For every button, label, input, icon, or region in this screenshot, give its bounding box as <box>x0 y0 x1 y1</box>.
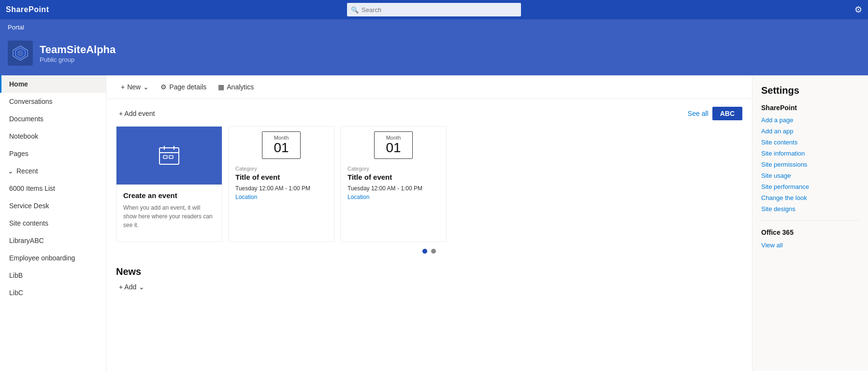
settings-link-site-designs[interactable]: Site designs <box>761 205 859 213</box>
event-2-location: Location <box>347 194 439 200</box>
recent-group-label: Recent <box>16 167 38 175</box>
events-section-header: + Add event See all ABC <box>116 107 742 120</box>
event-card-1[interactable]: Month 01 Category Title of event Tuesday… <box>228 126 334 242</box>
event-1-title: Title of event <box>235 173 327 181</box>
content-area: + New ⌄ ⚙ Page details ▦ Analytics + Add… <box>106 75 752 371</box>
analytics-button[interactable]: ▦ Analytics <box>213 80 259 94</box>
svg-rect-7 <box>163 156 167 158</box>
settings-link-change-look[interactable]: Change the look <box>761 194 859 201</box>
create-event-body: Create an event When you add an event, i… <box>116 185 222 234</box>
events-section: + Add event See all ABC <box>106 99 752 261</box>
sidebar-item-6000-items[interactable]: 6000 Items List <box>0 180 106 197</box>
sidebar-item-pages[interactable]: Pages <box>0 145 106 162</box>
see-all-area: See all ABC <box>688 107 742 120</box>
search-input[interactable] <box>347 3 521 16</box>
sidebar-item-libc[interactable]: LibC <box>0 284 106 301</box>
event-2-time: Tuesday 12:00 AM - 1:00 PM <box>347 185 439 192</box>
event-2-calendar: Month 01 <box>374 131 413 159</box>
event-1-body: Category Title of event Tuesday 12:00 AM… <box>229 159 334 207</box>
sharepoint-section-title: SharePoint <box>761 104 859 112</box>
settings-panel-title: Settings <box>761 85 859 96</box>
sidebar-item-site-contents[interactable]: Site contents <box>0 214 106 232</box>
sidebar-item-libb[interactable]: LibB <box>0 267 106 284</box>
sidebar-recent-group[interactable]: ⌄ Recent <box>0 162 106 180</box>
event-card-2[interactable]: Month 01 Category Title of event Tuesday… <box>340 126 447 242</box>
topbar: SharePoint 🔍 ⚙ <box>0 0 868 19</box>
page-details-icon: ⚙ <box>160 83 167 91</box>
sharepoint-logo: SharePoint <box>6 5 49 14</box>
carousel-dot-2[interactable] <box>431 249 436 254</box>
events-grid: Create an event When you add an event, i… <box>116 126 742 242</box>
site-banner: TeamSiteAlpha Public group <box>0 35 868 75</box>
news-section: News + Add ⌄ <box>106 261 752 298</box>
news-add-button[interactable]: + Add ⌄ <box>116 281 147 293</box>
site-type: Public group <box>40 56 116 63</box>
settings-panel: Settings SharePoint Add a page Add an ap… <box>752 75 868 371</box>
settings-link-site-performance[interactable]: Site performance <box>761 183 859 190</box>
page-details-button[interactable]: ⚙ Page details <box>156 80 211 94</box>
calendar-icon <box>157 143 182 168</box>
sidebar-item-home[interactable]: Home <box>0 75 106 93</box>
event-1-calendar: Month 01 <box>262 131 301 159</box>
sidebar-item-library-abc[interactable]: LibraryABC <box>0 232 106 249</box>
event-2-category: Category <box>347 166 439 171</box>
main-layout: Home Conversations Documents Notebook Pa… <box>0 75 868 371</box>
svg-point-1 <box>17 50 24 57</box>
site-header: Portal <box>0 19 868 35</box>
toolbar: + New ⌄ ⚙ Page details ▦ Analytics <box>106 75 752 99</box>
settings-link-add-page[interactable]: Add a page <box>761 116 859 124</box>
analytics-icon: ▦ <box>218 83 224 91</box>
sidebar: Home Conversations Documents Notebook Pa… <box>0 75 106 371</box>
sidebar-item-conversations[interactable]: Conversations <box>0 93 106 110</box>
breadcrumb: Portal <box>8 24 24 31</box>
event-1-time: Tuesday 12:00 AM - 1:00 PM <box>235 185 327 192</box>
create-event-hero <box>116 127 222 185</box>
create-event-title: Create an event <box>123 191 215 200</box>
plus-icon: + <box>121 83 125 91</box>
carousel-dots <box>116 249 742 254</box>
settings-link-add-app[interactable]: Add an app <box>761 128 859 135</box>
analytics-label: Analytics <box>227 83 254 91</box>
event-1-day: 01 <box>274 141 289 156</box>
settings-divider <box>761 220 859 221</box>
new-label: New <box>127 83 141 91</box>
search-icon: 🔍 <box>351 6 359 14</box>
abc-badge-button[interactable]: ABC <box>712 107 742 120</box>
event-1-category: Category <box>235 166 327 171</box>
sidebar-item-employee-onboarding[interactable]: Employee onboarding <box>0 249 106 267</box>
sidebar-item-documents[interactable]: Documents <box>0 110 106 128</box>
site-info: TeamSiteAlpha Public group <box>40 43 116 63</box>
create-event-card[interactable]: Create an event When you add an event, i… <box>116 126 222 242</box>
view-all-link[interactable]: View all <box>761 242 783 249</box>
site-logo <box>8 41 33 66</box>
news-add-chevron: ⌄ <box>139 283 145 291</box>
add-event-label: + Add event <box>119 110 155 117</box>
settings-link-site-information[interactable]: Site information <box>761 150 859 157</box>
svg-rect-8 <box>169 156 173 158</box>
event-2-title: Title of event <box>347 173 439 181</box>
search-container: 🔍 <box>347 3 521 16</box>
see-all-link[interactable]: See all <box>688 110 709 117</box>
page-details-label: Page details <box>169 83 206 91</box>
office365-title: Office 365 <box>761 228 859 236</box>
settings-link-site-usage[interactable]: Site usage <box>761 172 859 179</box>
sidebar-item-notebook[interactable]: Notebook <box>0 128 106 145</box>
site-logo-icon <box>12 44 29 62</box>
news-add-label: + Add <box>119 283 136 291</box>
create-event-desc: When you add an event, it will show here… <box>123 203 215 229</box>
news-section-title: News <box>116 266 742 277</box>
event-1-location: Location <box>235 194 327 200</box>
carousel-dot-1[interactable] <box>422 249 427 254</box>
event-2-body: Category Title of event Tuesday 12:00 AM… <box>341 159 446 207</box>
settings-link-site-permissions[interactable]: Site permissions <box>761 161 859 168</box>
event-2-day: 01 <box>386 141 401 156</box>
settings-link-site-contents[interactable]: Site contents <box>761 139 859 146</box>
chevron-icon: ⌄ <box>143 83 149 91</box>
chevron-down-icon: ⌄ <box>8 167 14 175</box>
add-event-button[interactable]: + Add event <box>116 108 158 119</box>
site-name: TeamSiteAlpha <box>40 43 116 56</box>
new-button[interactable]: + New ⌄ <box>116 80 154 94</box>
gear-button[interactable]: ⚙ <box>854 4 862 15</box>
sidebar-item-service-desk[interactable]: Service Desk <box>0 197 106 214</box>
